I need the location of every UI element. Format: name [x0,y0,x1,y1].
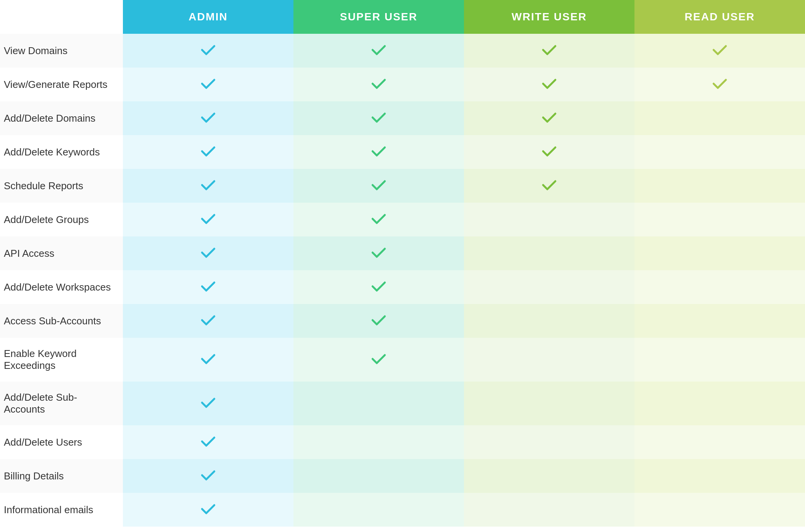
write-check-cell [464,382,634,425]
write-check-cell [464,304,634,338]
super-check-cell [293,425,464,459]
write-check-cell [464,459,634,493]
super-check-cell [293,304,464,338]
table-header: ADMIN SUPER USER WRITE USER READ USER [0,0,805,34]
feature-name-cell: Add/Delete Users [0,425,123,459]
admin-check-cell [123,68,293,101]
table-row: Add/Delete Sub-Accounts [0,382,805,425]
admin-check-cell [123,101,293,135]
feature-name-cell: Add/Delete Workspaces [0,270,123,304]
write-check-cell [464,34,634,68]
super-check-cell [293,382,464,425]
super-check-cell [293,459,464,493]
read-check-cell [634,270,805,304]
super-check-cell [293,169,464,203]
table-body: View Domains View/Generate Reports Add/D… [0,34,805,527]
table-row: Add/Delete Keywords [0,135,805,169]
table-row: Add/Delete Groups [0,203,805,236]
read-check-cell [634,459,805,493]
read-header-label: READ USER [685,11,755,23]
write-check-cell [464,68,634,101]
super-check-cell [293,270,464,304]
read-check-cell [634,338,805,382]
admin-header: ADMIN [123,0,293,34]
write-check-cell [464,493,634,527]
permissions-table: ADMIN SUPER USER WRITE USER READ USER Vi… [0,0,805,527]
admin-check-cell [123,304,293,338]
feature-name-cell: Billing Details [0,459,123,493]
read-check-cell [634,203,805,236]
read-check-cell [634,382,805,425]
feature-name-cell: Add/Delete Domains [0,101,123,135]
table-row: View Domains [0,34,805,68]
table-row: Informational emails [0,493,805,527]
feature-header-empty [0,0,123,34]
admin-check-cell [123,270,293,304]
admin-header-label: ADMIN [189,11,228,23]
read-check-cell [634,101,805,135]
admin-check-cell [123,135,293,169]
read-check-cell [634,169,805,203]
read-check-cell [634,493,805,527]
write-check-cell [464,169,634,203]
write-check-cell [464,236,634,270]
super-check-cell [293,338,464,382]
read-header: READ USER [634,0,805,34]
table-row: Access Sub-Accounts [0,304,805,338]
admin-check-cell [123,459,293,493]
admin-check-cell [123,34,293,68]
feature-name-cell: API Access [0,236,123,270]
feature-name-cell: View/Generate Reports [0,68,123,101]
admin-check-cell [123,236,293,270]
write-check-cell [464,425,634,459]
admin-check-cell [123,169,293,203]
read-check-cell [634,236,805,270]
write-check-cell [464,135,634,169]
table-row: Add/Delete Workspaces [0,270,805,304]
super-check-cell [293,135,464,169]
table-row: Schedule Reports [0,169,805,203]
write-header-label: WRITE USER [512,11,587,23]
super-check-cell [293,236,464,270]
feature-name-cell: Add/Delete Groups [0,203,123,236]
super-check-cell [293,68,464,101]
table-row: Billing Details [0,459,805,493]
read-check-cell [634,34,805,68]
write-check-cell [464,101,634,135]
admin-check-cell [123,382,293,425]
write-check-cell [464,270,634,304]
write-check-cell [464,203,634,236]
super-check-cell [293,493,464,527]
table-row: View/Generate Reports [0,68,805,101]
admin-check-cell [123,493,293,527]
feature-name-cell: Informational emails [0,493,123,527]
super-header: SUPER USER [293,0,464,34]
feature-name-cell: Schedule Reports [0,169,123,203]
read-check-cell [634,425,805,459]
write-check-cell [464,338,634,382]
table-row: Add/Delete Users [0,425,805,459]
read-check-cell [634,68,805,101]
read-check-cell [634,135,805,169]
permissions-table-container: ADMIN SUPER USER WRITE USER READ USER Vi… [0,0,805,532]
admin-check-cell [123,203,293,236]
super-check-cell [293,101,464,135]
write-header: WRITE USER [464,0,634,34]
feature-name-cell: View Domains [0,34,123,68]
super-header-label: SUPER USER [340,11,417,23]
feature-name-cell: Add/Delete Keywords [0,135,123,169]
table-row: Enable Keyword Exceedings [0,338,805,382]
super-check-cell [293,203,464,236]
feature-name-cell: Add/Delete Sub-Accounts [0,382,123,425]
feature-name-cell: Enable Keyword Exceedings [0,338,123,382]
table-row: API Access [0,236,805,270]
read-check-cell [634,304,805,338]
feature-name-cell: Access Sub-Accounts [0,304,123,338]
super-check-cell [293,34,464,68]
admin-check-cell [123,338,293,382]
admin-check-cell [123,425,293,459]
table-row: Add/Delete Domains [0,101,805,135]
